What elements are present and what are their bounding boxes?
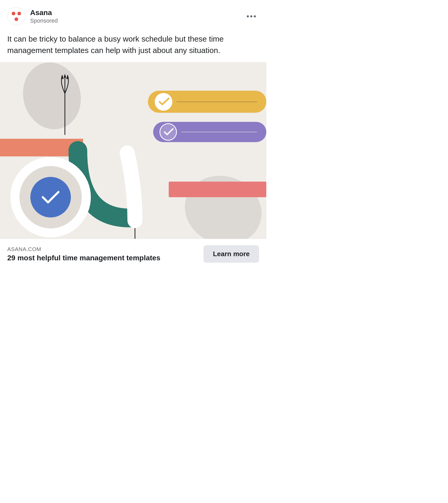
ad-image — [0, 62, 266, 239]
asana-logo-dots — [11, 11, 21, 21]
svg-point-16 — [155, 93, 172, 111]
dot-top-left — [12, 12, 15, 15]
ad-illustration — [0, 62, 266, 239]
ad-caption: It can be tricky to balance a busy work … — [0, 31, 266, 62]
ad-url: ASANA.COM — [7, 246, 160, 252]
ad-header: Asana Sponsored ••• — [0, 0, 266, 31]
ad-footer: ASANA.COM 29 most helpful time managemen… — [0, 239, 266, 269]
ad-title: 29 most helpful time management template… — [7, 254, 160, 262]
dot-top-right — [17, 12, 21, 15]
brand-info: Asana Sponsored — [30, 8, 58, 24]
dot-bottom — [15, 17, 18, 21]
brand-name: Asana — [30, 8, 58, 17]
more-options-button[interactable]: ••• — [244, 10, 259, 22]
svg-point-19 — [160, 124, 177, 140]
brand-logo — [7, 7, 25, 25]
svg-point-14 — [30, 177, 71, 217]
svg-rect-21 — [169, 182, 266, 197]
ad-header-left: Asana Sponsored — [7, 7, 58, 25]
caption-text: It can be tricky to balance a busy work … — [7, 33, 259, 56]
ad-card: Asana Sponsored ••• It can be tricky to … — [0, 0, 266, 269]
learn-more-button[interactable]: Learn more — [203, 245, 259, 263]
sponsored-label: Sponsored — [30, 17, 58, 25]
ad-footer-info: ASANA.COM 29 most helpful time managemen… — [7, 246, 160, 262]
